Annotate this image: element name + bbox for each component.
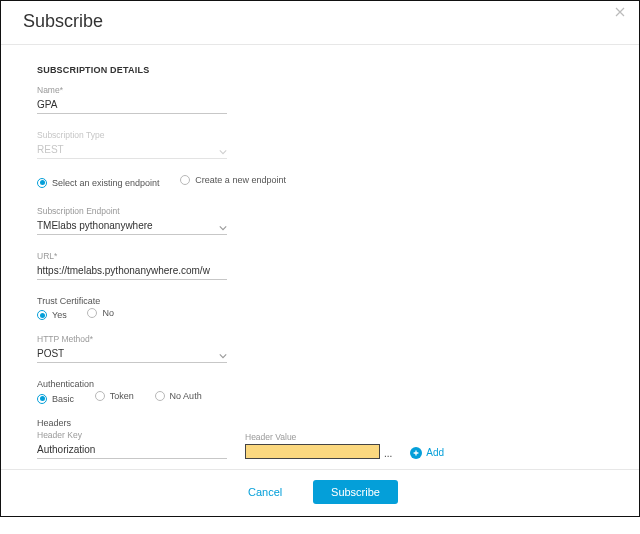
headers-row: Header Key Header Value ... Add: [37, 430, 603, 459]
section-subscription-details: SUBSCRIPTION DETAILS: [37, 65, 603, 75]
label-authentication: Authentication: [37, 379, 603, 389]
label-trust-certificate: Trust Certificate: [37, 296, 603, 306]
ellipsis-icon: ...: [384, 449, 392, 459]
radio-auth-noauth[interactable]: No Auth: [155, 391, 202, 401]
subscribe-button[interactable]: Subscribe: [313, 480, 398, 504]
radio-label: Select an existing endpoint: [52, 178, 160, 188]
field-subscription-type: Subscription Type: [37, 130, 603, 159]
radio-label: Create a new endpoint: [195, 175, 286, 185]
url-input[interactable]: [37, 263, 227, 280]
dialog-body: SUBSCRIPTION DETAILS Name* Subscription …: [1, 45, 639, 469]
dialog-footer: Cancel Subscribe: [1, 469, 639, 516]
label-subscription-endpoint: Subscription Endpoint: [37, 206, 603, 216]
dialog-header: Subscribe: [1, 1, 639, 45]
label-subscription-type: Subscription Type: [37, 130, 603, 140]
radio-label: Token: [110, 391, 134, 401]
radio-create-endpoint[interactable]: Create a new endpoint: [180, 175, 286, 185]
header-value-block: Header Value: [245, 432, 380, 459]
label-name: Name*: [37, 85, 603, 95]
cancel-button[interactable]: Cancel: [242, 485, 288, 499]
radio-label: Yes: [52, 310, 67, 320]
label-header-value: Header Value: [245, 432, 380, 442]
radio-auth-token[interactable]: Token: [95, 391, 134, 401]
field-subscription-endpoint: Subscription Endpoint: [37, 206, 603, 235]
radio-existing-endpoint[interactable]: Select an existing endpoint: [37, 178, 160, 188]
dialog-title: Subscribe: [23, 11, 617, 32]
header-value-input[interactable]: [245, 444, 380, 459]
header-key-block: Header Key: [37, 430, 227, 459]
add-header-button[interactable]: Add: [410, 447, 444, 459]
radio-trust-no[interactable]: No: [87, 308, 114, 318]
name-input[interactable]: [37, 97, 227, 114]
subscription-endpoint-select[interactable]: [37, 218, 227, 235]
plus-icon: [410, 447, 422, 459]
add-label: Add: [426, 447, 444, 458]
close-icon[interactable]: [615, 7, 625, 17]
subscribe-dialog: Subscribe SUBSCRIPTION DETAILS Name* Sub…: [0, 0, 640, 517]
radio-label: No Auth: [170, 391, 202, 401]
field-http-method: HTTP Method*: [37, 334, 603, 363]
field-trust-certificate: Trust Certificate Yes No: [37, 296, 603, 321]
http-method-select[interactable]: [37, 346, 227, 363]
field-name: Name*: [37, 85, 603, 114]
field-url: URL*: [37, 251, 603, 280]
radio-label: No: [102, 308, 114, 318]
label-url: URL*: [37, 251, 603, 261]
radio-auth-basic[interactable]: Basic: [37, 394, 74, 404]
label-headers: Headers: [37, 418, 603, 428]
radio-trust-yes[interactable]: Yes: [37, 310, 67, 320]
field-authentication: Authentication Basic Token No Auth: [37, 379, 603, 404]
header-key-input[interactable]: [37, 442, 227, 459]
radio-label: Basic: [52, 394, 74, 404]
endpoint-mode-radios: Select an existing endpoint Create a new…: [37, 175, 603, 188]
label-header-key: Header Key: [37, 430, 227, 440]
subscription-type-select: [37, 142, 227, 159]
label-http-method: HTTP Method*: [37, 334, 603, 344]
